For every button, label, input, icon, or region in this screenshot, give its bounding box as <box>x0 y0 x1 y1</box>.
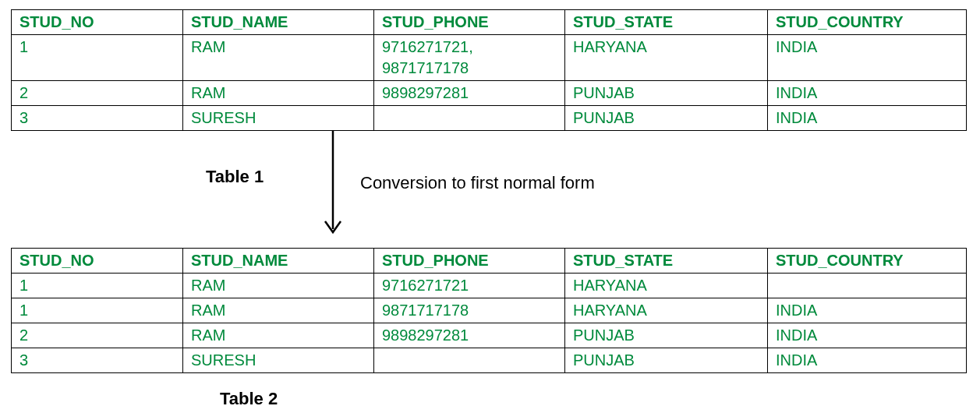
table-header-row: STUD_NO STUD_NAME STUD_PHONE STUD_STATE … <box>12 249 967 274</box>
cell-name: RAM <box>183 35 374 81</box>
cell-country: INDIA <box>768 323 967 348</box>
cell-no: 2 <box>12 81 183 106</box>
cell-state: HARYANA <box>565 274 768 298</box>
cell-name: SURESH <box>183 348 374 373</box>
table-row: 2RAM9898297281PUNJABINDIA <box>12 323 967 348</box>
col-header-stud-phone: STUD_PHONE <box>374 249 565 274</box>
cell-no: 2 <box>12 323 183 348</box>
cell-state: PUNJAB <box>565 106 768 131</box>
table-row: 3SURESHPUNJABINDIA <box>12 348 967 373</box>
cell-phone: 9716271721 <box>374 274 565 298</box>
table-header-row: STUD_NO STUD_NAME STUD_PHONE STUD_STATE … <box>12 10 967 35</box>
col-header-stud-country: STUD_COUNTRY <box>768 10 967 35</box>
col-header-stud-phone: STUD_PHONE <box>374 10 565 35</box>
table-row: 1RAM9871717178HARYANAINDIA <box>12 298 967 323</box>
table-1: STUD_NO STUD_NAME STUD_PHONE STUD_STATE … <box>11 9 967 131</box>
cell-name: RAM <box>183 323 374 348</box>
table-1-caption: Table 1 <box>206 167 264 187</box>
col-header-stud-no: STUD_NO <box>12 10 183 35</box>
table-2-caption: Table 2 <box>220 389 969 409</box>
cell-country <box>768 274 967 298</box>
cell-no: 1 <box>12 35 183 81</box>
conversion-panel: Table 1 Conversion to first normal form <box>11 131 966 248</box>
table-1-body: 1RAM9716271721, 9871717178HARYANAINDIA2R… <box>12 35 967 131</box>
cell-phone <box>374 106 565 131</box>
col-header-stud-name: STUD_NAME <box>183 249 374 274</box>
cell-state: PUNJAB <box>565 81 768 106</box>
table-row: 1RAM9716271721, 9871717178HARYANAINDIA <box>12 35 967 81</box>
table-2: STUD_NO STUD_NAME STUD_PHONE STUD_STATE … <box>11 248 967 373</box>
cell-state: HARYANA <box>565 35 768 81</box>
cell-phone: 9716271721, 9871717178 <box>374 35 565 81</box>
table-row: 1RAM9716271721HARYANA <box>12 274 967 298</box>
conversion-label: Conversion to first normal form <box>360 173 595 193</box>
cell-phone: 9898297281 <box>374 323 565 348</box>
col-header-stud-no: STUD_NO <box>12 249 183 274</box>
cell-state: HARYANA <box>565 298 768 323</box>
cell-no: 1 <box>12 274 183 298</box>
cell-country: INDIA <box>768 106 967 131</box>
cell-no: 1 <box>12 298 183 323</box>
cell-country: INDIA <box>768 348 967 373</box>
down-arrow-icon <box>321 131 345 243</box>
cell-country: INDIA <box>768 35 967 81</box>
cell-state: PUNJAB <box>565 323 768 348</box>
cell-name: RAM <box>183 298 374 323</box>
col-header-stud-country: STUD_COUNTRY <box>768 249 967 274</box>
cell-name: RAM <box>183 274 374 298</box>
cell-country: INDIA <box>768 81 967 106</box>
cell-country: INDIA <box>768 298 967 323</box>
table-2-body: 1RAM9716271721HARYANA1RAM9871717178HARYA… <box>12 274 967 373</box>
table-row: 3SURESHPUNJABINDIA <box>12 106 967 131</box>
cell-phone: 9871717178 <box>374 298 565 323</box>
col-header-stud-state: STUD_STATE <box>565 249 768 274</box>
cell-no: 3 <box>12 348 183 373</box>
cell-name: SURESH <box>183 106 374 131</box>
col-header-stud-name: STUD_NAME <box>183 10 374 35</box>
cell-name: RAM <box>183 81 374 106</box>
cell-no: 3 <box>12 106 183 131</box>
cell-state: PUNJAB <box>565 348 768 373</box>
table-row: 2RAM9898297281PUNJABINDIA <box>12 81 967 106</box>
cell-phone: 9898297281 <box>374 81 565 106</box>
col-header-stud-state: STUD_STATE <box>565 10 768 35</box>
cell-phone <box>374 348 565 373</box>
